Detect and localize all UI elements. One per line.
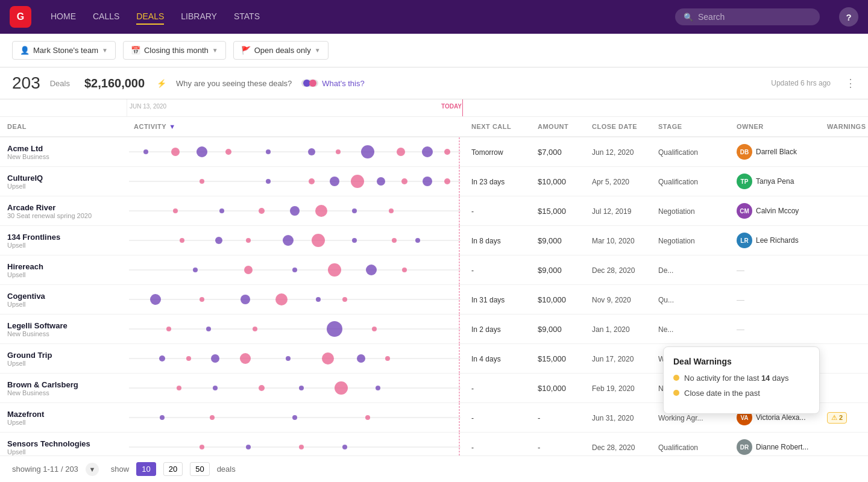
period-filter[interactable]: 📅 Closing this month ▼ <box>123 41 226 60</box>
svg-point-25 <box>444 178 450 184</box>
whats-this-toggle[interactable]: What's this? <box>301 78 364 88</box>
col-deal: DEAL <box>0 117 127 137</box>
svg-point-91 <box>365 415 370 420</box>
stage-cell: Qualification <box>651 137 729 167</box>
owner-cell: — <box>729 285 820 315</box>
filters-bar: 👤 Mark Stone's team ▼ 📅 Closing this mon… <box>0 34 868 67</box>
deal-cell[interactable]: CultureIQUpsell <box>0 167 127 196</box>
warning-badge[interactable]: ⚠2 <box>827 412 847 424</box>
svg-point-29 <box>219 208 224 213</box>
table-row[interactable]: HirereachUpsell -$9,000Dec 28, 2020De...… <box>0 255 868 285</box>
table-row[interactable]: 134 FrontlinesUpsell In 8 days$9,000Mar … <box>0 226 868 255</box>
svg-point-64 <box>206 327 211 331</box>
svg-point-20 <box>330 177 339 186</box>
svg-point-23 <box>401 178 407 184</box>
deal-name: CultureIQ <box>7 174 119 183</box>
team-label: Mark Stone's team <box>33 46 98 55</box>
close-date-cell: Jun 17, 2020 <box>585 344 651 374</box>
updated-label: Updated 6 hrs ago <box>771 79 831 87</box>
toggle-icon <box>301 78 318 88</box>
deal-sub: Upsell <box>7 419 119 426</box>
amount-cell: $9,000 <box>530 255 585 285</box>
deal-cell[interactable]: Ground TripUpsell <box>0 344 127 374</box>
deal-cell[interactable]: CogentivaUpsell <box>0 285 127 315</box>
logo[interactable]: G <box>10 6 31 28</box>
svg-point-66 <box>327 321 342 337</box>
nav-library[interactable]: LIBRARY <box>181 9 217 25</box>
search-bar[interactable]: 🔍 <box>675 8 820 25</box>
whats-this-label: What's this? <box>322 79 364 88</box>
svg-point-76 <box>357 354 365 363</box>
activity-cell <box>127 374 464 403</box>
flag-filter[interactable]: 🚩 Open deals only ▼ <box>233 41 329 60</box>
table-row[interactable]: Legelli SoftwareNew Business In 2 days$9… <box>0 315 868 344</box>
svg-point-60 <box>342 297 347 302</box>
amount-cell: - <box>530 403 585 433</box>
nav-calls[interactable]: CALLS <box>93 9 119 25</box>
svg-point-56 <box>200 297 204 302</box>
today-label: TODAY <box>441 103 462 110</box>
navbar: G HOME CALLS DEALS LIBRARY STATS 🔍 ? <box>0 0 868 34</box>
nav-stats[interactable]: STATS <box>234 9 260 25</box>
svg-point-97 <box>342 445 347 449</box>
deal-name: Cogentiva <box>7 292 119 301</box>
flag-label: Open deals only <box>254 46 311 55</box>
svg-point-11 <box>361 145 374 158</box>
svg-point-94 <box>200 445 204 449</box>
activity-cell <box>127 167 464 196</box>
nav-links: HOME CALLS DEALS LIBRARY STATS <box>51 9 656 25</box>
deal-cell[interactable]: Legelli SoftwareNew Business <box>0 315 127 344</box>
table-row[interactable]: CultureIQUpsell In 23 days$10,000Apr 5, … <box>0 167 868 196</box>
deal-cell[interactable]: Brown & CarlsbergNew Business <box>0 374 127 403</box>
svg-point-81 <box>213 386 218 390</box>
amount-cell: $9,000 <box>530 226 585 255</box>
amount-cell: $9,000 <box>530 315 585 344</box>
stage-cell: Negotiation <box>651 226 729 255</box>
svg-point-95 <box>246 445 251 449</box>
deal-amount: $2,160,000 <box>84 77 145 90</box>
warnings-cell <box>820 255 868 285</box>
next-call-cell: - <box>464 403 530 433</box>
nav-home[interactable]: HOME <box>51 9 76 25</box>
warnings-cell <box>820 137 868 167</box>
deal-cell[interactable]: HirereachUpsell <box>0 255 127 285</box>
col-amount: AMOUNT <box>530 117 585 137</box>
deal-name: Acme Ltd <box>7 144 119 153</box>
deal-cell[interactable]: Arcade River30 Seat renewal spring 2020 <box>0 196 127 226</box>
activity-cell <box>127 137 464 167</box>
help-button[interactable]: ? <box>839 7 858 27</box>
deal-sub: New Business <box>7 389 119 396</box>
close-date-cell: Jun 31, 2020 <box>585 403 651 433</box>
table-row[interactable]: Acme LtdNew Business Tomorrow$7,000Jun 1… <box>0 137 868 167</box>
next-call-cell: - <box>464 196 530 226</box>
deals-table-container: JUN 13, 2020 TODAY DEAL ACTIVITY ▼ NEXT … <box>0 99 868 462</box>
deal-count-label: Deals <box>50 79 70 88</box>
stage-cell: Ne... <box>651 315 729 344</box>
search-input[interactable] <box>698 12 811 22</box>
deal-warnings-tooltip: Deal Warnings No activity for the last 1… <box>663 346 820 414</box>
why-link[interactable]: Why are you seeing these deals? <box>176 79 292 88</box>
tooltip-item-2: Close date in the past <box>673 389 810 398</box>
team-filter[interactable]: 👤 Mark Stone's team ▼ <box>12 41 116 60</box>
svg-point-65 <box>253 327 257 331</box>
nav-deals[interactable]: DEALS <box>136 9 164 25</box>
svg-point-19 <box>309 178 315 184</box>
svg-point-13 <box>422 146 433 157</box>
more-icon[interactable]: ⋮ <box>845 77 856 90</box>
tooltip-dot-2 <box>673 390 679 396</box>
sort-icon: ▼ <box>169 123 175 130</box>
deal-cell[interactable]: Acme LtdNew Business <box>0 137 127 167</box>
table-row[interactable]: Arcade River30 Seat renewal spring 2020 … <box>0 196 868 226</box>
deal-cell[interactable]: 134 FrontlinesUpsell <box>0 226 127 255</box>
owner-cell: CM Calvin Mccoy <box>729 196 820 226</box>
svg-point-59 <box>316 297 321 302</box>
tooltip-text-1: No activity for the last 14 days <box>684 374 788 383</box>
svg-point-85 <box>376 386 380 390</box>
svg-point-82 <box>259 385 265 391</box>
deal-name: Arcade River <box>7 203 119 212</box>
deal-cell[interactable]: MazefrontUpsell <box>0 403 127 433</box>
table-row[interactable]: CogentivaUpsell In 31 days$10,000Nov 9, … <box>0 285 868 315</box>
tooltip-title: Deal Warnings <box>673 357 810 366</box>
svg-point-83 <box>299 386 304 390</box>
col-activity[interactable]: ACTIVITY ▼ <box>127 117 464 137</box>
